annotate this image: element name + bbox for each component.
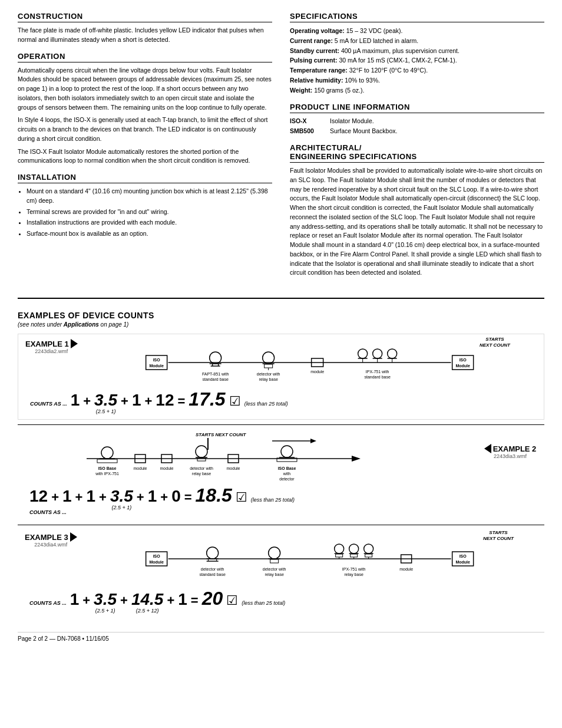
product-line-table: ISO-X Isolator Module. SMB500 Surface Mo…	[290, 117, 544, 137]
specifications-section: SPECIFICATIONS Operating voltage: 15 – 3…	[290, 12, 544, 95]
example2-result: 18.5	[196, 486, 232, 505]
example3-label-inner: EXAMPLE 3	[25, 532, 77, 542]
main-divider	[18, 298, 544, 299]
example1-counts: COUNTS AS ... 1 + 3.5 (2.5 + 1) + 1 + 12…	[25, 390, 537, 414]
example3-count-14-5-block: 14.5 (2.5 + 12)	[131, 591, 164, 614]
svg-point-35	[101, 447, 113, 459]
example3-less-than: (less than 25 total)	[242, 600, 285, 606]
svg-text:Module: Module	[455, 364, 470, 368]
svg-text:Module: Module	[455, 560, 470, 564]
construction-title: CONSTRUCTION	[18, 12, 272, 22]
installation-list: Mount on a standard 4" (10.16 cm) mounti…	[18, 187, 272, 239]
example2-svg: ISO Base with IPX-751 module module dete…	[25, 432, 478, 482]
operation-body: Automatically opens circuit when the lin…	[18, 66, 272, 166]
product-line-body: ISO-X Isolator Module. SMB500 Surface Mo…	[290, 117, 544, 137]
example1-op-2: +	[121, 394, 128, 409]
example3-starts-next: STARTSNEXT COUNT	[483, 530, 514, 541]
svg-text:IPX-751 with: IPX-751 with	[342, 567, 366, 571]
svg-rect-77	[335, 554, 342, 557]
example2-label: EXAMPLE 2	[493, 444, 537, 453]
svg-text:detector with: detector with	[190, 466, 213, 470]
installation-item-3: Installation instructions are provided w…	[27, 218, 272, 228]
svg-text:module: module	[310, 370, 324, 374]
svg-text:ISO: ISO	[153, 358, 160, 362]
svg-text:ISO: ISO	[459, 358, 467, 362]
installation-title: INSTALLATION	[18, 173, 272, 183]
svg-text:relay base: relay base	[192, 472, 211, 476]
svg-text:with: with	[283, 472, 291, 476]
example1-file: 2243dia2.wmf	[35, 348, 68, 354]
example3-label-block: EXAMPLE 3 2243dia4.wmf	[25, 532, 82, 548]
svg-text:detector with: detector with	[201, 567, 224, 571]
svg-text:standard base: standard base	[202, 377, 228, 381]
installation-item-2: Terminal screws are provided for "in and…	[27, 207, 272, 217]
svg-point-23	[387, 349, 396, 358]
example2-diagram: STARTS NEXT COUNT ISO Base with IPX-751	[25, 432, 478, 483]
svg-text:ISO Base: ISO Base	[98, 466, 117, 470]
spec-current-range: Current range: 5 mA for LED latched in a…	[290, 36, 544, 46]
example2-counts: 12 + 1 + 1 + 3.5 (2.5 + 1) + 1 + 0 = 18.…	[25, 486, 537, 510]
example2-counts-label: COUNTS AS ...	[25, 509, 537, 515]
example3-count-14-5: 14.5	[131, 591, 164, 608]
example2-op-1: +	[51, 490, 59, 505]
example3-count-3-5: 3.5	[94, 591, 117, 608]
svg-rect-81	[350, 554, 357, 557]
right-column: SPECIFICATIONS Operating voltage: 15 – 3…	[290, 12, 544, 285]
svg-text:relay base: relay base	[265, 572, 283, 577]
svg-rect-13	[264, 364, 272, 368]
svg-text:relay base: relay base	[259, 377, 277, 382]
example2-op-3: +	[99, 490, 107, 505]
example1-diagram-area: EXAMPLE 1 2243dia2.wmf STARTSNEXT COUNT	[25, 339, 537, 387]
operation-title: OPERATION	[18, 52, 272, 62]
svg-point-53	[281, 446, 293, 457]
example1-row: EXAMPLE 1 2243dia2.wmf STARTSNEXT COUNT	[18, 334, 544, 420]
svg-rect-72	[270, 559, 278, 563]
example2-count-1c: 1	[148, 488, 157, 505]
example2-starts-arrow	[207, 438, 209, 450]
example2-op-4: +	[137, 490, 144, 505]
construction-body: The face plate is made of off-white plas…	[18, 26, 272, 45]
svg-text:ISO Base: ISO Base	[278, 466, 296, 470]
example1-label-block: EXAMPLE 1 2243dia2.wmf	[25, 339, 82, 354]
spec-temperature: Temperature range: 32°F to 120°F (0°C to…	[290, 65, 544, 75]
svg-point-75	[334, 544, 343, 554]
svg-rect-85	[365, 554, 372, 557]
example3-counts-label: COUNTS AS ...	[29, 600, 67, 606]
example1-count-3-5-block: 3.5 (2.5 + 1)	[94, 392, 117, 414]
svg-text:ISO: ISO	[153, 554, 160, 558]
examples-title: EXAMPLES OF DEVICE COUNTS	[18, 311, 544, 320]
product-smb-value: Surface Mount Backbox.	[330, 127, 544, 136]
installation-body: Mount on a standard 4" (10.16 cm) mounti…	[18, 187, 272, 239]
example3-op-1: +	[82, 593, 90, 608]
construction-section: CONSTRUCTION The face plate is made of o…	[18, 12, 272, 45]
example1-result: 17.5	[189, 390, 225, 409]
svg-text:relay base: relay base	[344, 572, 363, 577]
example1-op-1: +	[83, 394, 91, 409]
footer-text: Page 2 of 2 — DN-7068 • 11/16/05	[18, 635, 109, 642]
product-line-title: PRODUCT LINE INFORMATION	[290, 103, 544, 113]
example1-count-1b: 1	[132, 392, 141, 409]
example1-label: EXAMPLE 1	[25, 340, 69, 348]
svg-text:standard base: standard base	[364, 375, 390, 379]
example2-less-than: (less than 25 total)	[251, 497, 295, 503]
architectural-section: ARCHITECTURAL/ENGINEERING SPECIFICATIONS…	[290, 143, 544, 278]
installation-item-4: Surface-mount box is available as an opt…	[27, 229, 272, 239]
example2-check: ☑	[236, 490, 247, 505]
svg-point-21	[372, 349, 382, 358]
example2-divider	[18, 525, 544, 525]
example3-result: 20	[202, 589, 223, 608]
example2-count-0: 0	[171, 488, 181, 505]
example1-count-1: 1	[71, 392, 80, 409]
svg-text:module: module	[399, 567, 413, 571]
svg-text:detector with: detector with	[257, 372, 280, 376]
product-isox-value: Isolator Module.	[330, 117, 544, 126]
example1-svg: ISO Module FAPT-851 with standard base	[82, 339, 537, 386]
example2-count-1b: 1	[86, 488, 95, 505]
example3-row: EXAMPLE 3 2243dia4.wmf STARTSNEXT COUNT …	[18, 528, 544, 618]
example3-diagram-area: EXAMPLE 3 2243dia4.wmf STARTSNEXT COUNT …	[25, 532, 537, 587]
svg-text:detector with: detector with	[263, 567, 286, 571]
svg-marker-34	[352, 456, 361, 462]
example2-file: 2243dia3.wmf	[494, 453, 527, 459]
example2-op-5: +	[160, 490, 168, 505]
example2-op-2: +	[75, 490, 83, 505]
